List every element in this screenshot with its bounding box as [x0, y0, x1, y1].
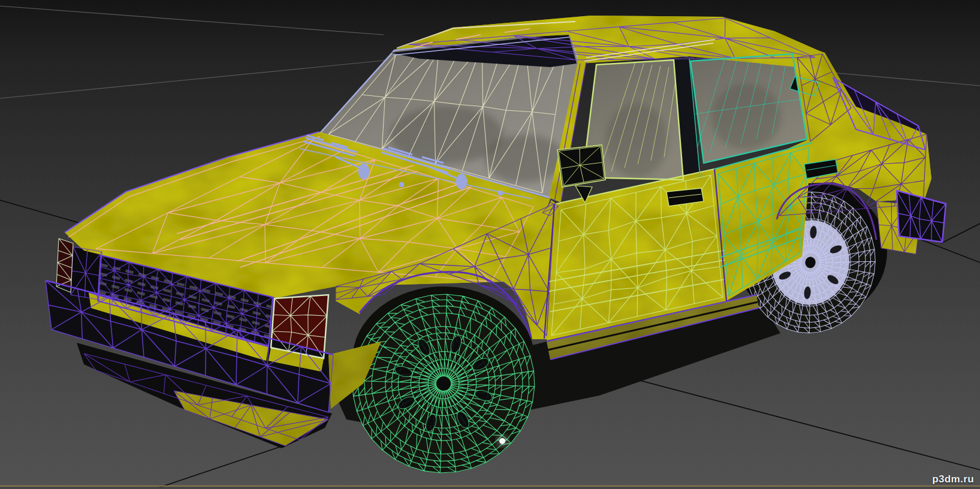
- front-wheel[interactable]: [341, 282, 547, 484]
- viewport-3d[interactable]: p3dm.ru: [0, 0, 980, 489]
- watermark: p3dm.ru: [932, 473, 974, 485]
- scene-canvas[interactable]: [0, 0, 980, 489]
